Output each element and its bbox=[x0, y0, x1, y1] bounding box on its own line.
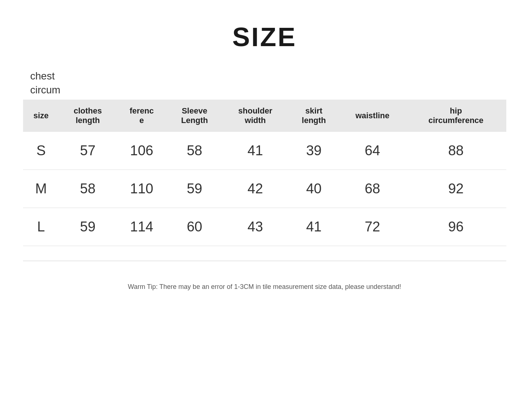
cell-clothes_length: 59 bbox=[59, 208, 116, 246]
table-header-row: sizeclothes lengthferenc eSleeve Lengths… bbox=[23, 100, 506, 132]
warm-tip: Warm Tip: There may be an error of 1-3CM… bbox=[128, 283, 401, 291]
cell-shoulder_width: 43 bbox=[222, 208, 288, 246]
cell-size: S bbox=[23, 132, 59, 170]
col-header-waistline: waistline bbox=[339, 100, 406, 132]
col-header-hip_circumference: hip circumference bbox=[406, 100, 506, 132]
cell-sleeve_length: 60 bbox=[167, 208, 222, 246]
cell-shoulder_width: 41 bbox=[222, 132, 288, 170]
cell-hip_circumference: 88 bbox=[406, 132, 506, 170]
cell-ference: 114 bbox=[116, 208, 167, 246]
bottom-divider bbox=[23, 261, 506, 261]
cell-skirt_length: 41 bbox=[288, 208, 339, 246]
col-header-sleeve_length: Sleeve Length bbox=[167, 100, 222, 132]
size-table: sizeclothes lengthferenc eSleeve Lengths… bbox=[23, 100, 506, 246]
cell-waistline: 72 bbox=[339, 208, 406, 246]
cell-size: M bbox=[23, 170, 59, 208]
col-header-clothes_length: clothes length bbox=[59, 100, 116, 132]
cell-clothes_length: 58 bbox=[59, 170, 116, 208]
cell-sleeve_length: 58 bbox=[167, 132, 222, 170]
table-body: S571065841396488M581105942406892L5911460… bbox=[23, 132, 506, 246]
col-header-skirt_length: skirt length bbox=[288, 100, 339, 132]
cell-shoulder_width: 42 bbox=[222, 170, 288, 208]
col-header-size: size bbox=[23, 100, 59, 132]
page-title: SIZE bbox=[232, 22, 297, 52]
cell-hip_circumference: 96 bbox=[406, 208, 506, 246]
circum-label: circum bbox=[23, 84, 506, 96]
table-container: chest circum sizeclothes lengthferenc eS… bbox=[23, 70, 506, 246]
cell-skirt_length: 39 bbox=[288, 132, 339, 170]
chest-label: chest bbox=[23, 70, 506, 82]
col-header-shoulder_width: shoulder width bbox=[222, 100, 288, 132]
cell-waistline: 64 bbox=[339, 132, 406, 170]
col-header-ference: ferenc e bbox=[116, 100, 167, 132]
cell-skirt_length: 40 bbox=[288, 170, 339, 208]
table-row: M581105942406892 bbox=[23, 170, 506, 208]
cell-hip_circumference: 92 bbox=[406, 170, 506, 208]
cell-size: L bbox=[23, 208, 59, 246]
cell-waistline: 68 bbox=[339, 170, 406, 208]
cell-sleeve_length: 59 bbox=[167, 170, 222, 208]
cell-ference: 110 bbox=[116, 170, 167, 208]
cell-clothes_length: 57 bbox=[59, 132, 116, 170]
table-row: S571065841396488 bbox=[23, 132, 506, 170]
table-row: L591146043417296 bbox=[23, 208, 506, 246]
cell-ference: 106 bbox=[116, 132, 167, 170]
